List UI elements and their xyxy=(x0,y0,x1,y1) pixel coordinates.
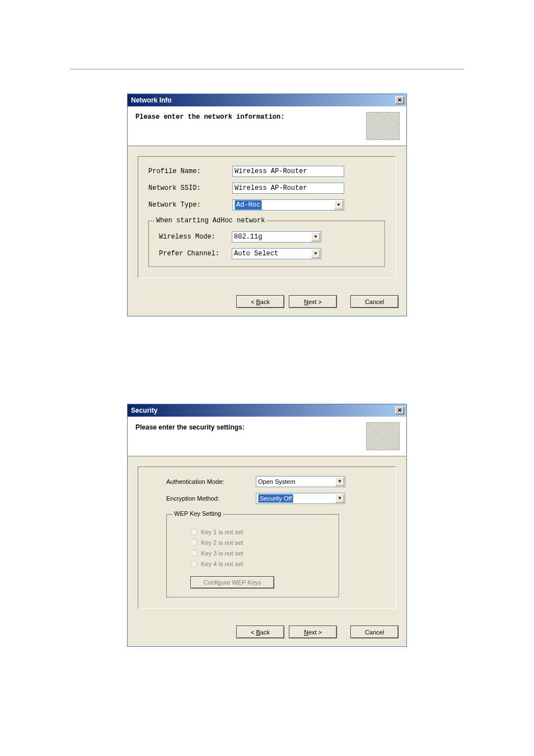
wep-key-3-radio xyxy=(190,549,198,557)
wep-legend: WEP Key Setting xyxy=(172,510,223,517)
wep-group: WEP Key Setting Key 1 is not set Key 2 i… xyxy=(166,514,340,598)
form-panel: Authentication Mode: Open System ▼ Encry… xyxy=(138,466,396,609)
page-divider xyxy=(70,69,464,69)
wep-key-2: Key 2 is not set xyxy=(190,539,329,546)
wep-key-3-label: Key 3 is not set xyxy=(201,550,243,557)
close-icon[interactable]: ✕ xyxy=(395,407,404,414)
header-area: Please enter the security settings: xyxy=(128,417,406,456)
button-row: < Back Next > Cancel xyxy=(128,288,406,316)
wep-key-4-radio xyxy=(190,560,198,567)
configure-wep-button: Configure WEP Keys xyxy=(190,576,274,589)
enc-method-label: Encryption Method: xyxy=(166,495,256,502)
header-text: Please enter the network information: xyxy=(135,112,284,121)
close-icon[interactable]: ✕ xyxy=(395,96,404,104)
back-button[interactable]: < Back xyxy=(236,295,284,308)
chevron-down-icon: ▼ xyxy=(311,249,320,258)
wep-key-1-label: Key 1 is not set xyxy=(201,529,243,535)
cancel-button[interactable]: Cancel xyxy=(350,626,399,638)
titlebar: Security ✕ xyxy=(128,404,406,417)
auth-mode-label: Authentication Mode: xyxy=(166,478,256,485)
profile-name-input[interactable] xyxy=(232,166,344,177)
network-type-label: Network Type: xyxy=(148,201,232,209)
network-type-value: Ad-Hoc xyxy=(235,200,262,210)
wep-key-3: Key 3 is not set xyxy=(190,549,329,557)
wireless-mode-value: 802.11g xyxy=(234,233,262,241)
chevron-down-icon: ▼ xyxy=(335,477,344,486)
auth-mode-value: Open System xyxy=(258,478,296,485)
prefer-channel-value: Auto Select xyxy=(234,250,278,258)
button-row: < Back Next > Cancel xyxy=(128,619,406,646)
wireless-mode-label: Wireless Mode: xyxy=(159,233,232,241)
header-area: Please enter the network information: xyxy=(128,106,406,146)
enc-method-select[interactable]: Security Off ▼ xyxy=(256,493,345,504)
chevron-down-icon: ▼ xyxy=(311,232,320,241)
header-text: Please enter the security settings: xyxy=(135,422,245,431)
wep-key-2-radio xyxy=(190,539,198,546)
enc-method-value: Security Off xyxy=(258,494,293,503)
wep-key-4: Key 4 is not set xyxy=(190,560,329,567)
wireless-mode-select[interactable]: 802.11g ▼ xyxy=(232,231,321,242)
next-button[interactable]: Next > xyxy=(289,295,337,308)
adhoc-legend: When starting AdHoc network xyxy=(154,217,266,225)
wep-key-1-radio xyxy=(190,528,198,535)
header-image xyxy=(366,112,400,140)
dialog-title: Security xyxy=(131,407,157,414)
titlebar: Network Info ✕ xyxy=(128,94,406,106)
network-type-select[interactable]: Ad-Hoc ▼ xyxy=(232,199,344,211)
cancel-button[interactable]: Cancel xyxy=(350,295,399,308)
network-ssid-label: Network SSID: xyxy=(148,184,232,192)
form-panel: Profile Name: Network SSID: Network Type… xyxy=(138,156,396,278)
prefer-channel-select[interactable]: Auto Select ▼ xyxy=(232,248,321,259)
wep-key-2-label: Key 2 is not set xyxy=(201,539,243,546)
profile-name-label: Profile Name: xyxy=(148,167,232,175)
network-info-dialog: Network Info ✕ Please enter the network … xyxy=(127,94,407,316)
header-image xyxy=(366,422,400,450)
auth-mode-select[interactable]: Open System ▼ xyxy=(256,476,345,487)
dialog-title: Network Info xyxy=(131,96,172,104)
adhoc-group: When starting AdHoc network Wireless Mod… xyxy=(148,221,386,268)
back-button[interactable]: < Back xyxy=(236,626,284,638)
next-button[interactable]: Next > xyxy=(289,626,337,638)
network-ssid-input[interactable] xyxy=(232,183,344,194)
wep-key-1: Key 1 is not set xyxy=(190,528,329,535)
chevron-down-icon: ▼ xyxy=(335,494,344,503)
chevron-down-icon: ▼ xyxy=(334,200,343,209)
prefer-channel-label: Prefer Channel: xyxy=(159,250,232,258)
wep-key-4-label: Key 4 is not set xyxy=(201,561,243,567)
security-dialog: Security ✕ Please enter the security set… xyxy=(127,404,407,647)
